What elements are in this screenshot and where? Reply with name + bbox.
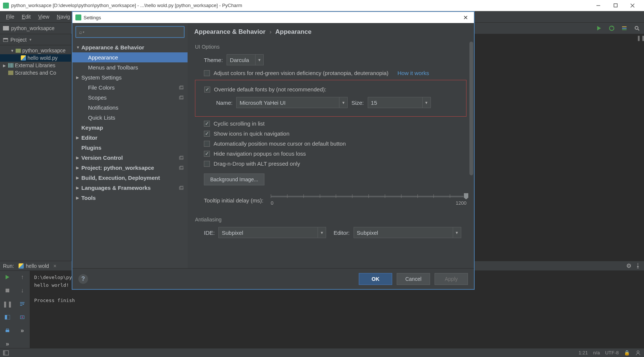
font-size-label: Size: [351,100,364,106]
cat-version-control[interactable]: ▶Version Control [72,153,188,163]
gear-icon[interactable]: ⚙ [626,262,631,269]
chevron-right-icon: ▶ [76,196,81,200]
cat-project[interactable]: ▶Project: python_worksapce [72,163,188,173]
ide-aa-combo[interactable]: Subpixel ▼ [218,227,326,238]
structure-icon[interactable] [620,24,628,32]
status-encoding[interactable]: UTF-8 [605,350,619,356]
update-icon[interactable] [608,24,616,32]
bg-image-row: Background Image... [204,173,466,185]
cat-notifications[interactable]: Notifications [72,103,188,113]
cat-scopes[interactable]: Scopes [72,93,188,103]
svg-rect-13 [3,38,8,39]
auto-mouse-checkbox[interactable] [204,141,210,147]
status-insert[interactable]: n/a [593,350,600,356]
layout-icon[interactable] [3,313,12,321]
hide-nav-row: Hide navigation popups on focus loss [204,150,466,157]
cat-appearance-behavior[interactable]: ▼Appearance & Behavior [72,42,188,52]
tree-external[interactable]: ▶ External Libraries [0,62,71,69]
chevron-right-icon: ▶ [76,186,81,190]
run-tab[interactable]: hello wold × [19,263,56,269]
scrollbar[interactable] [469,42,473,175]
settings-dialog: Settings ✕ ⌕ ▾ ▼Appearance & Behavior Ap… [72,11,475,290]
hector-icon[interactable] [635,350,641,356]
printer-icon[interactable] [3,327,12,335]
down-icon[interactable]: ↓ [18,286,26,295]
font-name-combo[interactable]: Microsoft YaHei UI ▼ [236,97,348,108]
tree-file[interactable]: hello wold.py [0,54,71,62]
maximize-button[interactable] [607,0,624,11]
cat-lang[interactable]: ▶Languages & Frameworks [72,183,188,193]
tree-scratches[interactable]: Scratches and Co [0,69,71,77]
breadcrumb[interactable]: python_worksapce [3,25,55,31]
help-button[interactable]: ? [78,274,88,284]
cat-quick-lists[interactable]: Quick Lists [72,113,188,123]
folder-icon [3,26,9,30]
download-icon[interactable]: ⭳ [635,262,641,269]
hide-nav-checkbox[interactable] [204,151,210,157]
close-button[interactable] [624,0,641,11]
editor-aa-label: Editor: [334,230,349,236]
status-position[interactable]: 1:21 [579,350,588,356]
tree-root[interactable]: ▼ python_worksapce [0,47,71,54]
project-tool-window: Project ▼ ▼ python_worksapce hello wold.… [0,34,71,261]
cat-build[interactable]: ▶Build, Execution, Deployment [72,173,188,183]
drag-drop-checkbox[interactable] [204,161,210,167]
cyclic-checkbox[interactable] [204,121,210,127]
editor-aa-combo[interactable]: Subpixel ▼ [354,227,461,238]
theme-combo[interactable]: Darcula ▼ [227,54,264,65]
more-icon[interactable]: » [18,327,26,335]
export-icon[interactable] [18,313,26,321]
minimize-button[interactable] [590,0,607,11]
tooltip-slider[interactable]: 0 1200 [271,193,466,208]
cancel-button[interactable]: Cancel [397,273,430,285]
cat-appearance[interactable]: Appearance [72,52,188,62]
font-size-combo[interactable]: 15 ▼ [368,97,431,108]
stop-icon[interactable] [3,286,12,295]
status-bar: 1:21 n/a UTF-8 🔒 [0,348,644,357]
show-icons-checkbox[interactable] [204,131,210,137]
more-icon[interactable]: » [3,340,12,348]
override-fonts-checkbox[interactable] [204,87,210,93]
cat-system-settings[interactable]: ▶System Settings [72,72,188,82]
cat-editor[interactable]: ▶Editor [72,133,188,143]
background-image-button[interactable]: Background Image... [204,173,264,185]
how-it-works-link[interactable]: How it works [397,70,429,76]
cat-plugins[interactable]: Plugins [72,143,188,153]
project-title: Project [10,37,27,43]
close-icon[interactable]: ✕ [460,14,471,21]
ok-button[interactable]: OK [359,273,392,285]
svg-rect-15 [6,289,9,292]
folder-icon [16,49,21,53]
cat-tools[interactable]: ▶Tools [72,193,188,203]
menu-view[interactable]: View [35,12,52,21]
rerun-icon[interactable] [3,273,12,281]
section-ui-options: UI Options [195,44,466,50]
cat-file-colors[interactable]: File Colors [72,82,188,93]
search-icon[interactable] [633,24,641,32]
cat-keymap[interactable]: Keymap [72,123,188,133]
chevron-down-icon: ▾ [83,30,84,34]
adjust-colors-checkbox[interactable] [204,70,210,76]
pause-icon[interactable]: ❚❚ [3,300,12,308]
project-header[interactable]: Project ▼ [0,34,71,45]
cat-menus-toolbars[interactable]: Menus and Toolbars [72,62,188,72]
menu-navigate[interactable]: Navig [54,12,73,21]
menu-file[interactable]: File [3,12,17,21]
toolbar-right [595,24,641,32]
up-icon[interactable]: ↑ [18,273,26,281]
toolwindows-icon[interactable] [3,350,9,356]
settings-search[interactable]: ⌕ ▾ [75,26,185,38]
menu-edit[interactable]: Edit [19,12,34,21]
breadcrumb-label: python_worksapce [11,25,55,31]
close-icon[interactable]: × [53,263,56,269]
lock-icon[interactable]: 🔒 [624,350,630,356]
tree-label: Scratches and Co [15,70,56,76]
pause-icon[interactable]: ❚❚ [637,35,644,41]
settings-panel: UI Options Theme: Darcula ▼ Adjust color… [188,41,474,268]
wrap-icon[interactable] [18,300,26,308]
apply-button[interactable]: Apply [435,273,468,285]
svg-point-10 [635,26,638,29]
auto-mouse-row: Automatically position mouse cursor on d… [204,140,466,147]
run-icon[interactable] [595,24,603,32]
project-badge-icon [179,185,184,191]
